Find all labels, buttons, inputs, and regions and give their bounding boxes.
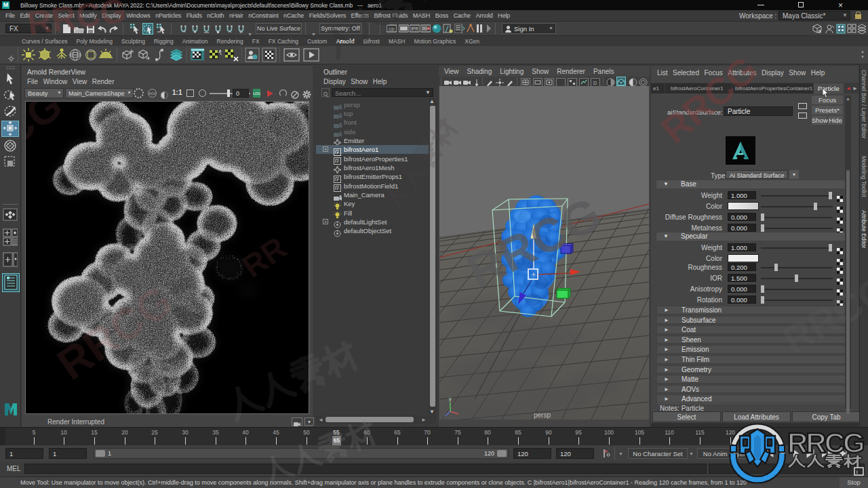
svg-text:y: y (449, 396, 452, 402)
svg-text:IPR: IPR (411, 26, 418, 31)
svg-text:D: D (593, 81, 597, 85)
svg-text:CD: CD (389, 27, 395, 31)
